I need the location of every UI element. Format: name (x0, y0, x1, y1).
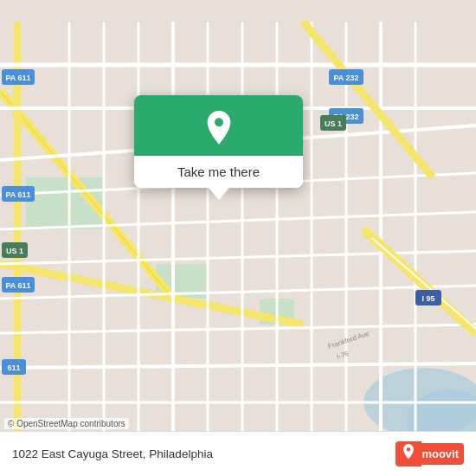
moovit-logo-icon (396, 441, 421, 466)
popup-header (134, 95, 303, 156)
svg-text:PA 611: PA 611 (5, 74, 30, 82)
svg-point-55 (407, 447, 411, 452)
location-popup: Take me there (134, 95, 303, 188)
svg-text:611: 611 (7, 363, 20, 372)
popup-arrow (209, 188, 229, 200)
svg-text:US 1: US 1 (325, 119, 342, 128)
svg-text:I 95: I 95 (421, 294, 434, 303)
take-me-there-button[interactable]: Take me there (134, 156, 303, 188)
map-container: PA 611 PA 611 PA 611 PA 232 PA 232 US 1 … (0, 0, 476, 476)
svg-text:PA 232: PA 232 (333, 74, 358, 82)
svg-text:PA 611: PA 611 (5, 190, 30, 199)
svg-point-54 (215, 118, 223, 126)
svg-text:PA 611: PA 611 (5, 281, 30, 290)
moovit-text: moovit (421, 443, 464, 465)
location-pin-icon (202, 111, 236, 145)
address-text: 1022 East Cayuga Street, Philadelphia (12, 447, 213, 460)
osm-attribution: © OpenStreetMap contributors (4, 418, 129, 429)
map-background: PA 611 PA 611 PA 611 PA 232 PA 232 US 1 … (0, 0, 476, 476)
bottom-bar: 1022 East Cayuga Street, Philadelphia mo… (0, 431, 476, 476)
moovit-logo: moovit (396, 441, 464, 466)
svg-text:US 1: US 1 (6, 247, 23, 255)
